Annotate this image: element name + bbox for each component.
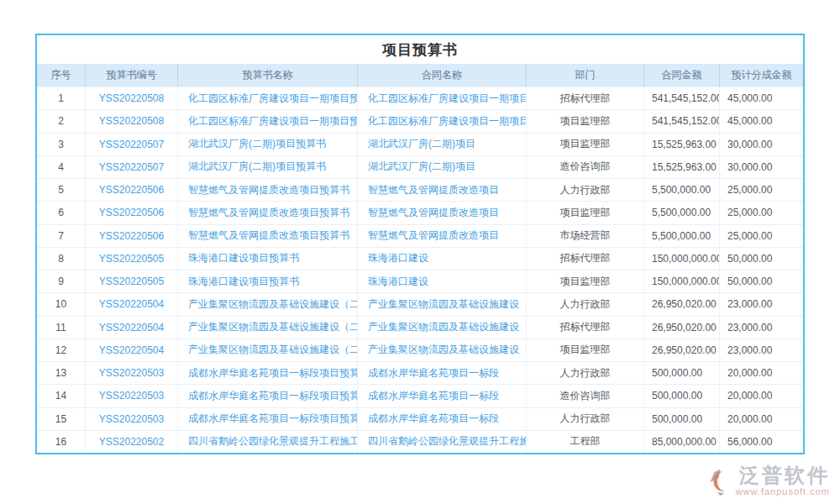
- contract-name-link[interactable]: 成都水岸华庭名苑项目一标段: [358, 362, 527, 384]
- budget-name-link-text[interactable]: 湖北武汉厂房(二期)项目预算书: [188, 137, 326, 151]
- budget-code-link-text[interactable]: YSS20220508: [99, 115, 164, 127]
- budget-name-link[interactable]: 湖北武汉厂房(二期)项目预算书: [178, 156, 358, 178]
- contract-name-link[interactable]: 智慧燃气及管网提质改造项目: [358, 202, 527, 223]
- budget-name-link-text[interactable]: 产业集聚区物流园及基础设施建设（二期...: [188, 343, 358, 357]
- budget-code-link-text[interactable]: YSS20220506: [99, 184, 164, 196]
- budget-code-link[interactable]: YSS20220507: [86, 156, 178, 178]
- budget-name-link[interactable]: 湖北武汉厂房(二期)项目预算书: [178, 134, 358, 155]
- budget-code-link[interactable]: YSS20220504: [86, 293, 178, 315]
- budget-code-link[interactable]: YSS20220502: [86, 431, 178, 453]
- budget-name-link[interactable]: 智慧燃气及管网提质改造项目预算书: [178, 179, 358, 201]
- row-seq: 5: [37, 179, 86, 201]
- contract-name-link[interactable]: 化工园区标准厂房建设项目一期项目: [358, 110, 527, 132]
- contract-name-link[interactable]: 成都水岸华庭名苑项目一标段: [358, 385, 527, 407]
- budget-name-link[interactable]: 产业集聚区物流园及基础设施建设（二期...: [178, 317, 358, 339]
- contract-name-link-text[interactable]: 成都水岸华庭名苑项目一标段: [368, 366, 499, 381]
- budget-code-link-text[interactable]: YSS20220502: [99, 436, 164, 448]
- budget-name-link[interactable]: 珠海港口建设项目预算书: [178, 270, 358, 292]
- contract-name-link[interactable]: 化工园区标准厂房建设项目一期项目: [358, 87, 527, 109]
- budget-code-link[interactable]: YSS20220508: [86, 87, 178, 109]
- contract-name-link-text[interactable]: 智慧燃气及管网提质改造项目: [368, 183, 499, 197]
- budget-code-link-text[interactable]: YSS20220503: [99, 413, 164, 425]
- contract-name-link-text[interactable]: 湖北武汉厂房(二期)项目: [368, 137, 475, 151]
- contract-name-link-text[interactable]: 产业集聚区物流园及基础设施建设（二期...: [368, 343, 527, 357]
- contract-name-link-text[interactable]: 产业集聚区物流园及基础设施建设（二期...: [368, 320, 527, 334]
- budget-name-link-text[interactable]: 湖北武汉厂房(二期)项目预算书: [188, 160, 326, 174]
- row-department: 市场经营部: [527, 225, 644, 247]
- contract-name-link[interactable]: 四川省鹅岭公园绿化景观提升工程施工: [358, 431, 527, 453]
- budget-code-link-text[interactable]: YSS20220507: [99, 139, 164, 150]
- budget-name-link-text[interactable]: 珠海港口建设项目预算书: [188, 251, 299, 265]
- budget-name-link[interactable]: 产业集聚区物流园及基础设施建设（二期...: [178, 339, 358, 361]
- budget-code-link[interactable]: YSS20220505: [86, 248, 178, 270]
- budget-code-link-text[interactable]: YSS20220506: [99, 230, 164, 242]
- budget-name-link-text[interactable]: 化工园区标准厂房建设项目一期项目预算书: [188, 114, 358, 129]
- budget-code-link[interactable]: YSS20220506: [86, 225, 178, 247]
- budget-code-link[interactable]: YSS20220505: [86, 270, 178, 292]
- contract-name-link[interactable]: 产业集聚区物流园及基础设施建设（二期...: [358, 339, 527, 361]
- contract-name-link[interactable]: 湖北武汉厂房(二期)项目: [358, 156, 527, 178]
- budget-code-link-text[interactable]: YSS20220505: [99, 253, 164, 265]
- contract-name-link[interactable]: 湖北武汉厂房(二期)项目: [358, 134, 527, 155]
- budget-name-link[interactable]: 产业集聚区物流园及基础设施建设（二期...: [178, 293, 358, 315]
- budget-name-link-text[interactable]: 智慧燃气及管网提质改造项目预算书: [188, 183, 349, 197]
- budget-code-link[interactable]: YSS20220506: [86, 202, 178, 223]
- budget-code-link[interactable]: YSS20220504: [86, 339, 178, 361]
- contract-name-link-text[interactable]: 智慧燃气及管网提质改造项目: [368, 228, 499, 243]
- budget-name-link[interactable]: 珠海港口建设项目预算书: [178, 248, 358, 270]
- contract-name-link-text[interactable]: 产业集聚区物流园及基础设施建设（二期...: [368, 297, 527, 312]
- budget-name-link[interactable]: 化工园区标准厂房建设项目一期项目预算书: [178, 87, 358, 109]
- budget-name-link-text[interactable]: 四川省鹅岭公园绿化景观提升工程施工预...: [188, 434, 358, 449]
- budget-name-link-text[interactable]: 产业集聚区物流园及基础设施建设（二期...: [188, 297, 358, 312]
- budget-code-link-text[interactable]: YSS20220504: [99, 344, 164, 356]
- contract-name-link-text[interactable]: 四川省鹅岭公园绿化景观提升工程施工: [368, 434, 527, 449]
- contract-name-link[interactable]: 珠海港口建设: [358, 270, 527, 292]
- budget-code-link-text[interactable]: YSS20220507: [99, 161, 164, 173]
- budget-name-link[interactable]: 智慧燃气及管网提质改造项目预算书: [178, 225, 358, 247]
- budget-code-link-text[interactable]: YSS20220505: [99, 276, 164, 287]
- budget-name-link-text[interactable]: 成都水岸华庭名苑项目一标段项目预算书: [188, 389, 358, 403]
- budget-name-link-text[interactable]: 化工园区标准厂房建设项目一期项目预算书: [188, 92, 358, 106]
- budget-code-link[interactable]: YSS20220508: [86, 110, 178, 132]
- contract-name-link-text[interactable]: 成都水岸华庭名苑项目一标段: [368, 412, 499, 426]
- contract-name-link-text[interactable]: 珠海港口建设: [368, 275, 428, 289]
- budget-name-link-text[interactable]: 成都水岸华庭名苑项目一标段项目预算书: [188, 412, 358, 426]
- budget-code-link[interactable]: YSS20220504: [86, 317, 178, 339]
- contract-name-link[interactable]: 智慧燃气及管网提质改造项目: [358, 179, 527, 201]
- contract-name-link[interactable]: 成都水岸华庭名苑项目一标段: [358, 408, 527, 430]
- budget-code-link-text[interactable]: YSS20220503: [99, 390, 164, 402]
- budget-code-link[interactable]: YSS20220506: [86, 179, 178, 201]
- budget-name-link-text[interactable]: 珠海港口建设项目预算书: [188, 275, 299, 289]
- row-share-amount: 45,000.00: [720, 87, 803, 109]
- contract-name-link-text[interactable]: 智慧燃气及管网提质改造项目: [368, 206, 499, 220]
- budget-name-link[interactable]: 成都水岸华庭名苑项目一标段项目预算书: [178, 408, 358, 430]
- budget-name-link[interactable]: 智慧燃气及管网提质改造项目预算书: [178, 202, 358, 223]
- contract-name-link-text[interactable]: 珠海港口建设: [368, 251, 428, 265]
- budget-code-link-text[interactable]: YSS20220504: [99, 298, 164, 310]
- budget-code-link[interactable]: YSS20220503: [86, 408, 178, 430]
- contract-name-link[interactable]: 智慧燃气及管网提质改造项目: [358, 225, 527, 247]
- budget-name-link-text[interactable]: 智慧燃气及管网提质改造项目预算书: [188, 228, 349, 243]
- budget-name-link[interactable]: 成都水岸华庭名苑项目一标段项目预算书: [178, 385, 358, 407]
- budget-name-link[interactable]: 成都水岸华庭名苑项目一标段项目预算书: [178, 362, 358, 384]
- row-contract-amount: 150,000,000.00: [644, 270, 720, 292]
- contract-name-link[interactable]: 产业集聚区物流园及基础设施建设（二期...: [358, 317, 527, 339]
- contract-name-link[interactable]: 产业集聚区物流园及基础设施建设（二期...: [358, 293, 527, 315]
- contract-name-link-text[interactable]: 湖北武汉厂房(二期)项目: [368, 160, 475, 174]
- budget-name-link-text[interactable]: 智慧燃气及管网提质改造项目预算书: [188, 206, 349, 220]
- budget-code-link-text[interactable]: YSS20220506: [99, 207, 164, 218]
- budget-code-link-text[interactable]: YSS20220503: [99, 367, 164, 379]
- budget-name-link[interactable]: 化工园区标准厂房建设项目一期项目预算书: [178, 110, 358, 132]
- budget-name-link[interactable]: 四川省鹅岭公园绿化景观提升工程施工预...: [178, 431, 358, 453]
- contract-name-link-text[interactable]: 化工园区标准厂房建设项目一期项目: [368, 114, 527, 129]
- budget-code-link-text[interactable]: YSS20220504: [99, 322, 164, 333]
- budget-name-link-text[interactable]: 产业集聚区物流园及基础设施建设（二期...: [188, 320, 358, 334]
- budget-code-link-text[interactable]: YSS20220508: [99, 92, 164, 104]
- budget-code-link[interactable]: YSS20220503: [86, 385, 178, 407]
- contract-name-link[interactable]: 珠海港口建设: [358, 248, 527, 270]
- contract-name-link-text[interactable]: 化工园区标准厂房建设项目一期项目: [368, 92, 527, 106]
- budget-name-link-text[interactable]: 成都水岸华庭名苑项目一标段项目预算书: [188, 366, 358, 381]
- budget-code-link[interactable]: YSS20220507: [86, 134, 178, 155]
- contract-name-link-text[interactable]: 成都水岸华庭名苑项目一标段: [368, 389, 499, 403]
- budget-code-link[interactable]: YSS20220503: [86, 362, 178, 384]
